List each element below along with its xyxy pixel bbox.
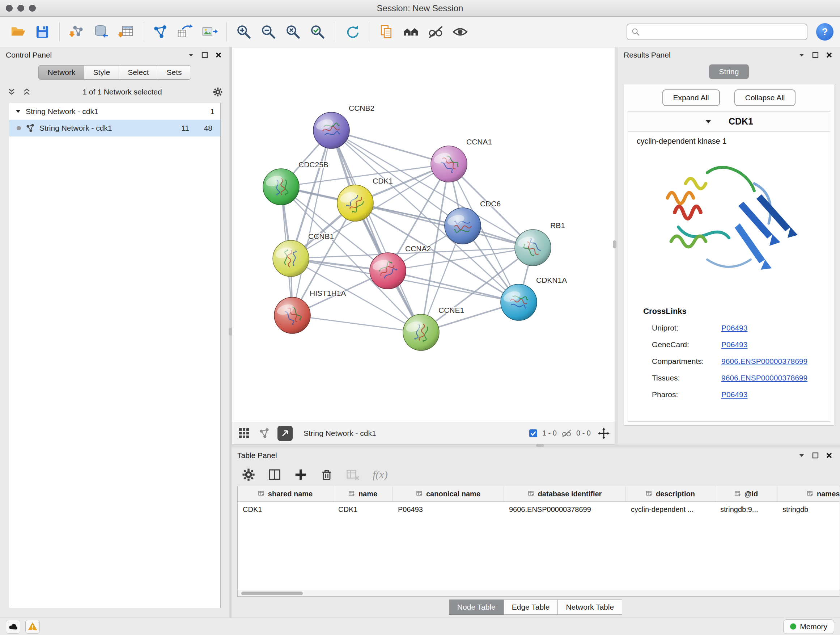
crosslink-link[interactable]: P06493 (722, 390, 747, 399)
expand-all-networks-button[interactable] (6, 87, 17, 97)
disclosure-triangle-icon[interactable] (15, 108, 21, 115)
panel-close-button[interactable] (824, 50, 834, 60)
show-columns-button[interactable] (266, 466, 283, 483)
column-sort-icon[interactable] (734, 490, 742, 497)
network-graph[interactable]: CCNB2CCNA1CDC25BCDK1CDC6RB1CCNB1CCNA2CDK… (232, 48, 615, 422)
collapse-all-button[interactable]: Collapse All (734, 89, 796, 106)
collapse-all-networks-button[interactable] (22, 87, 32, 97)
tab-select[interactable]: Select (118, 65, 158, 80)
import-network-database-button[interactable] (90, 21, 112, 43)
network-node-CDKN1A[interactable]: CDKN1A (501, 276, 567, 320)
column-header-description[interactable]: description (626, 486, 715, 501)
create-column-button[interactable] (292, 466, 309, 483)
panel-float-button[interactable] (200, 50, 210, 60)
zoom-in-button[interactable] (233, 21, 255, 43)
network-row[interactable]: String Network - cdk1 11 48 (9, 120, 220, 136)
panel-menu-button[interactable] (797, 450, 807, 461)
delete-column-button[interactable] (318, 466, 335, 483)
hidden-items-icon[interactable] (561, 428, 572, 439)
disclosure-triangle-icon[interactable] (705, 118, 712, 125)
cloud-status-button[interactable] (6, 620, 20, 633)
network-edge-CCNB2-CCNE1[interactable] (332, 130, 421, 333)
refresh-network-button[interactable] (341, 21, 363, 43)
column-sort-icon[interactable] (807, 490, 814, 497)
save-session-button[interactable] (31, 21, 54, 43)
table-cell[interactable]: CDK1 (238, 502, 333, 517)
export-network-button[interactable] (174, 21, 196, 43)
function-builder-button[interactable]: f(x) (373, 469, 388, 481)
bottom-splitter-handle[interactable] (536, 444, 544, 447)
column-sort-icon[interactable] (258, 490, 265, 497)
tab-string-results[interactable]: String (709, 65, 749, 79)
crosslink-link[interactable]: P06493 (722, 324, 747, 333)
panel-close-button[interactable] (824, 450, 834, 461)
network-edge-HIST1H1A-CCNE1[interactable] (292, 315, 421, 333)
import-table-button[interactable] (115, 21, 137, 43)
table-row[interactable]: CDK1CDK1P064939606.ENSP00000378699cyclin… (238, 502, 840, 517)
export-image-button[interactable] (198, 21, 221, 43)
column-header-name[interactable]: name (333, 486, 393, 501)
hide-selected-button[interactable] (424, 21, 447, 43)
network-node-CCNA1[interactable]: CCNA1 (431, 138, 492, 182)
column-sort-icon[interactable] (348, 490, 355, 497)
network-node-HIST1H1A[interactable]: HIST1H1A (274, 289, 346, 333)
tab-network-table[interactable]: Network Table (557, 600, 622, 615)
home-button[interactable] (400, 21, 422, 43)
warnings-button[interactable] (25, 620, 40, 633)
left-splitter-handle[interactable] (229, 328, 232, 336)
fit-content-crosshair-icon[interactable] (598, 428, 609, 439)
open-session-button[interactable] (6, 21, 29, 43)
node-section-header[interactable]: CDK1 (628, 111, 830, 132)
search-input[interactable] (643, 27, 802, 36)
network-options-button[interactable] (213, 87, 223, 97)
duplicate-network-button[interactable] (375, 21, 398, 43)
table-cell[interactable]: cyclin-dependent ... (626, 502, 715, 517)
network-node-CDK1[interactable]: CDK1 (337, 177, 393, 221)
zoom-out-button[interactable] (257, 21, 279, 43)
birds-eye-view-button[interactable] (237, 426, 251, 440)
column-header-namespace[interactable]: namespace (777, 486, 840, 501)
column-sort-icon[interactable] (416, 490, 423, 497)
memory-button[interactable]: Memory (783, 619, 834, 634)
new-network-button[interactable] (149, 21, 172, 43)
network-node-CCNB1[interactable]: CCNB1 (273, 232, 334, 277)
panel-float-button[interactable] (810, 450, 821, 461)
table-cell[interactable]: stringdb (777, 502, 840, 517)
tab-edge-table[interactable]: Edge Table (504, 600, 558, 615)
import-network-file-button[interactable] (65, 21, 88, 43)
crosslink-link[interactable]: 9606.ENSP00000378699 (722, 357, 807, 366)
network-node-RB1[interactable]: RB1 (515, 221, 565, 266)
crosslink-link[interactable]: P06493 (722, 340, 747, 349)
table-cell[interactable]: CDK1 (333, 502, 393, 517)
network-overview-button[interactable] (257, 426, 272, 440)
show-all-button[interactable] (449, 21, 471, 43)
table-horizontal-scrollbar[interactable] (238, 590, 840, 596)
column-sort-icon[interactable] (528, 490, 535, 497)
help-button[interactable]: ? (816, 23, 834, 41)
zoom-fit-button[interactable] (282, 21, 304, 43)
network-edge-CDK1-RB1[interactable] (355, 203, 533, 248)
tab-sets[interactable]: Sets (158, 65, 191, 80)
tab-network[interactable]: Network (38, 65, 84, 80)
zoom-selected-button[interactable] (306, 21, 329, 43)
column-header--id[interactable]: @id (715, 486, 777, 501)
crosslink-link[interactable]: 9606.ENSP00000378699 (722, 374, 807, 382)
selected-checkbox-icon[interactable] (529, 429, 538, 438)
network-node-CCNB2[interactable]: CCNB2 (313, 104, 374, 149)
column-header-shared-name[interactable]: shared name (238, 486, 333, 501)
scrollbar-thumb[interactable] (241, 592, 303, 595)
table-options-button[interactable] (240, 466, 257, 483)
table-cell[interactable]: stringdb:9... (715, 502, 777, 517)
network-canvas[interactable]: CCNB2CCNA1CDC25BCDK1CDC6RB1CCNB1CCNA2CDK… (232, 48, 615, 422)
panel-menu-button[interactable] (186, 50, 196, 60)
column-sort-icon[interactable] (646, 490, 653, 497)
column-header-canonical-name[interactable]: canonical name (393, 486, 504, 501)
open-in-string-button[interactable] (278, 426, 293, 441)
table-cell[interactable]: 9606.ENSP00000378699 (504, 502, 626, 517)
right-splitter-handle[interactable] (613, 241, 616, 249)
column-header-database-identifier[interactable]: database identifier (504, 486, 626, 501)
network-collection-row[interactable]: String Network - cdk1 1 (9, 103, 220, 120)
panel-menu-button[interactable] (797, 50, 807, 60)
expand-all-button[interactable]: Expand All (662, 89, 720, 106)
panel-float-button[interactable] (810, 50, 821, 60)
